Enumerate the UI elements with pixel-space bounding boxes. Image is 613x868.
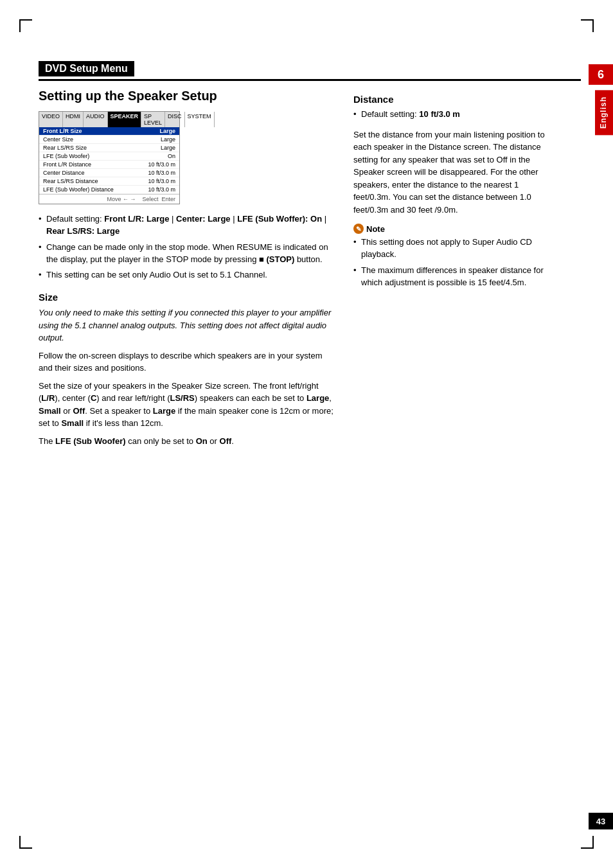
ss-row-front: Front L/R Size Large bbox=[39, 127, 179, 136]
ss-label-centerdist: Center Distance bbox=[43, 170, 85, 176]
col-right: Distance Default setting: 10 ft/3.0 m Se… bbox=[353, 84, 546, 452]
size-title: Size bbox=[39, 292, 334, 303]
ss-row-centerdist: Center Distance 10 ft/3.0 m bbox=[39, 169, 179, 177]
ss-value-lfe: On bbox=[168, 153, 175, 159]
distance-para: Set the distance from your main listenin… bbox=[353, 128, 546, 217]
ss-row-center: Center Size Large bbox=[39, 136, 179, 144]
ss-value-centerdist: 10 ft/3.0 m bbox=[148, 170, 175, 176]
note-label: Note bbox=[366, 224, 385, 234]
ss-tab-splevel: SP LEVEL bbox=[141, 112, 165, 127]
ss-value-reardist: 10 ft/3.0 m bbox=[148, 178, 175, 184]
chapter-number: 6 bbox=[589, 64, 613, 85]
corner-mark-br bbox=[581, 836, 594, 849]
note-item-1: This setting does not apply to Super Aud… bbox=[353, 236, 546, 261]
corner-mark-tr bbox=[581, 19, 594, 32]
ss-value-frontdist: 10 ft/3.0 m bbox=[148, 161, 175, 168]
columns: Setting up the Speaker Setup VIDEO HDMI … bbox=[39, 84, 581, 452]
ss-label-lfe: LFE (Sub Woofer) bbox=[43, 153, 89, 159]
english-tab: English bbox=[595, 90, 613, 135]
page-number: 43 bbox=[589, 813, 613, 829]
page-title: DVD Setup Menu bbox=[39, 61, 134, 76]
ss-tab-video: VIDEO bbox=[39, 112, 63, 127]
note-box: ✎ Note This setting does not apply to Su… bbox=[353, 224, 546, 288]
bullet-item-3: This setting can be set only Audio Out i… bbox=[39, 269, 334, 281]
main-content: Setting up the Speaker Setup VIDEO HDMI … bbox=[39, 84, 581, 829]
ss-header: VIDEO HDMI AUDIO SPEAKER SP LEVEL DISC S… bbox=[39, 112, 179, 127]
note-header: ✎ Note bbox=[353, 224, 546, 234]
ss-tab-hdmi: HDMI bbox=[63, 112, 84, 127]
ss-row-lfe: LFE (Sub Woofer) On bbox=[39, 152, 179, 161]
size-para-3: The LFE (Sub Woofer) can only be set to … bbox=[39, 435, 334, 448]
ss-row-frontdist: Front L/R Distance 10 ft/3.0 m bbox=[39, 161, 179, 169]
ss-label-frontdist: Front L/R Distance bbox=[43, 161, 91, 168]
ss-tab-audio: AUDIO bbox=[84, 112, 108, 127]
ss-row-rear: Rear LS/RS Size Large bbox=[39, 144, 179, 152]
bullet-item-1: Default setting: Front L/R: Large | Cent… bbox=[39, 213, 334, 238]
bullet-item-2: Change can be made only in the stop mode… bbox=[39, 242, 334, 266]
size-para-2: Set the size of your speakers in the Spe… bbox=[39, 380, 334, 430]
distance-default-item: Default setting: 10 ft/3.0 m bbox=[353, 109, 546, 121]
distance-default-bullet: Default setting: 10 ft/3.0 m bbox=[353, 109, 546, 121]
ss-footer: Move ← → Select Enter bbox=[39, 194, 179, 204]
screenshot-sim: VIDEO HDMI AUDIO SPEAKER SP LEVEL DISC S… bbox=[39, 111, 180, 204]
bullet-list: Default setting: Front L/R: Large | Cent… bbox=[39, 213, 334, 281]
ss-value-front: Large bbox=[159, 128, 175, 134]
ss-row-reardist: Rear LS/RS Distance 10 ft/3.0 m bbox=[39, 177, 179, 186]
ss-label-lfedist: LFE (Sub Woofer) Distance bbox=[43, 186, 114, 193]
ss-label-reardist: Rear LS/RS Distance bbox=[43, 178, 98, 184]
size-italic: You only need to make this setting if yo… bbox=[39, 306, 334, 344]
corner-mark-bl bbox=[19, 836, 32, 849]
distance-title: Distance bbox=[353, 94, 546, 105]
ss-value-center: Large bbox=[161, 136, 175, 143]
size-para-1: Follow the on-screen displays to describ… bbox=[39, 350, 334, 375]
note-list: This setting does not apply to Super Aud… bbox=[353, 236, 546, 288]
header-bar: DVD Setup Menu bbox=[39, 61, 581, 81]
ss-value-lfedist: 10 ft/3.0 m bbox=[148, 186, 175, 193]
note-icon: ✎ bbox=[353, 224, 364, 234]
col-left: Setting up the Speaker Setup VIDEO HDMI … bbox=[39, 84, 334, 452]
ss-label-front: Front L/R Size bbox=[43, 128, 82, 134]
ss-tab-speaker: SPEAKER bbox=[108, 112, 142, 127]
ss-tab-disc: DISC bbox=[165, 112, 185, 127]
corner-mark-tl bbox=[19, 19, 32, 32]
section-title: Setting up the Speaker Setup bbox=[39, 89, 334, 103]
ss-row-lfedist: LFE (Sub Woofer) Distance 10 ft/3.0 m bbox=[39, 186, 179, 194]
ss-tab-system: SYSTEM bbox=[185, 112, 215, 127]
ss-label-center: Center Size bbox=[43, 136, 73, 143]
ss-value-rear: Large bbox=[161, 145, 175, 151]
note-item-2: The maximum differences in speaker dista… bbox=[353, 265, 546, 289]
ss-label-rear: Rear LS/RS Size bbox=[43, 145, 87, 151]
